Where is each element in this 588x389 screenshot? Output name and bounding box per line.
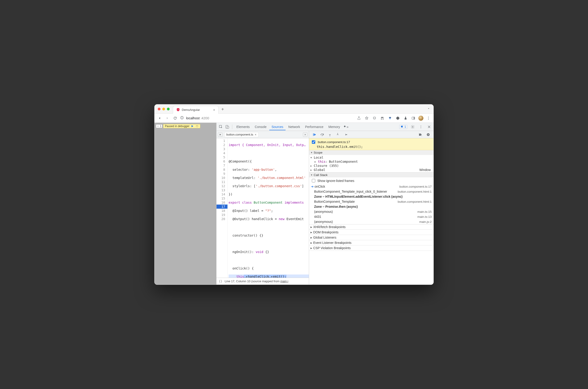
tab-sources[interactable]: Sources <box>269 123 286 130</box>
stack-frame[interactable]: ButtonComponent_Template_input_click_0_l… <box>309 189 433 194</box>
xhr-breakpoints-header[interactable]: ▶XHR/fetch Breakpoints <box>309 225 433 230</box>
labs-icon[interactable] <box>403 115 408 121</box>
stack-frame[interactable]: (anonymous)main.js:2 <box>309 219 433 224</box>
browser-tab[interactable]: DemoAngular × <box>173 106 219 114</box>
event-listener-breakpoints-header[interactable]: ▶Event Listener Breakpoints <box>309 240 433 245</box>
close-devtools-icon[interactable] <box>426 124 432 130</box>
scope-this[interactable]: ▶ this:ButtonComponent <box>309 160 433 164</box>
stack-frame[interactable]: 4431main.ts:13 <box>309 214 433 219</box>
csp-violation-breakpoints-header[interactable]: ▶CSP Violation Breakpoints <box>309 245 433 251</box>
sidepanel-icon[interactable] <box>411 115 416 121</box>
zoom-window-icon[interactable] <box>167 108 170 110</box>
scope-section: ▼Scope ▼ Local ▶ this:ButtonComponent ▶ … <box>309 150 433 173</box>
svg-point-19 <box>421 128 421 128</box>
show-ignore-checkbox[interactable] <box>312 179 315 182</box>
source-map-link[interactable]: main.j <box>280 280 288 283</box>
dom-breakpoints-header[interactable]: ▶DOM Breakpoints <box>309 230 433 235</box>
code-line: onClick() { <box>229 266 309 270</box>
tab-performance[interactable]: Performance <box>303 123 326 130</box>
settings-icon[interactable] <box>410 124 416 130</box>
deactivate-breakpoints-icon[interactable] <box>418 132 424 138</box>
show-ignore-listed[interactable]: Show ignore-listed frames <box>309 177 433 184</box>
nav-forward-button[interactable] <box>164 115 170 121</box>
global-listeners-header[interactable]: ▶Global Listeners <box>309 235 433 240</box>
reload-button[interactable] <box>172 115 178 121</box>
frame-name: Zone – HTMLInputElement.addEventListener… <box>314 195 403 198</box>
step-into-button[interactable] <box>327 132 333 138</box>
run-snippet-icon[interactable] <box>218 132 223 137</box>
scope-local[interactable]: ▼ Local <box>309 155 433 160</box>
file-tab[interactable]: button.component.ts × <box>224 132 259 137</box>
resume-button[interactable] <box>311 132 317 138</box>
kebab-menu-icon[interactable] <box>418 124 424 130</box>
step-over-button[interactable] <box>319 132 325 138</box>
step-button[interactable] <box>342 132 348 138</box>
svg-point-18 <box>421 126 421 127</box>
close-tab-icon[interactable]: × <box>213 108 215 112</box>
sidebar-toggle-icon[interactable] <box>303 132 307 137</box>
issues-counter[interactable]: 1 <box>399 125 407 129</box>
stack-frame[interactable]: ➔onClickbutton.component.ts:17 <box>309 184 433 189</box>
address-field[interactable]: localhost:4200 <box>180 116 354 120</box>
svg-rect-20 <box>313 133 314 136</box>
extensions-icon[interactable] <box>395 115 400 121</box>
scope-global[interactable]: ▶ GlobalWindow <box>309 168 433 172</box>
stack-frame[interactable]: Zone – Promise.then (async) <box>309 204 433 209</box>
frame-location: button.component.html:1 <box>397 200 432 203</box>
tab-console[interactable]: Console <box>252 123 269 130</box>
svg-rect-7 <box>414 117 415 119</box>
title-bar: DemoAngular × + <box>155 104 433 114</box>
site-info-icon[interactable] <box>180 116 184 120</box>
callstack-section: ▼Call Stack Show ignore-listed frames ➔o… <box>309 173 433 225</box>
devtools-tabbar: Elements Console Sources Network Perform… <box>217 123 433 131</box>
incognito-icon[interactable] <box>380 115 385 121</box>
new-tab-button[interactable]: + <box>219 107 227 112</box>
code-line <box>229 225 309 229</box>
extension-skull-icon[interactable] <box>372 115 377 121</box>
tab-elements[interactable]: Elements <box>234 123 252 130</box>
page-area: 1 Paused in debugger <box>155 123 216 285</box>
more-tabs-icon[interactable]: » <box>343 124 349 130</box>
svg-point-8 <box>428 117 429 117</box>
callstack-header[interactable]: ▼Call Stack <box>309 173 433 177</box>
line-gutter[interactable]: 1234567891011121314151617181920 <box>217 138 228 278</box>
vue-devtools-icon[interactable] <box>387 115 393 121</box>
svg-point-27 <box>427 133 429 136</box>
tab-memory[interactable]: Memory <box>326 123 342 130</box>
stack-frame[interactable]: Zone – HTMLInputElement.addEventListener… <box>309 194 433 199</box>
pretty-print-icon[interactable]: {} <box>219 280 223 283</box>
inspect-element-icon[interactable] <box>218 124 224 130</box>
code-view[interactable]: import { Component, OnInit, Input, Outp…… <box>228 138 309 278</box>
stack-frame[interactable]: ButtonComponent_Templatebutton.component… <box>309 199 433 204</box>
scope-header[interactable]: ▼Scope <box>309 150 433 155</box>
scope-closure[interactable]: ▶ Closure (355) <box>309 164 433 168</box>
close-file-icon[interactable]: × <box>255 133 257 136</box>
close-window-icon[interactable] <box>158 108 161 110</box>
angular-favicon-icon <box>176 108 180 112</box>
step-out-button[interactable] <box>335 132 341 138</box>
frame-location: button.component.ts:17 <box>399 185 432 188</box>
tab-network[interactable]: Network <box>286 123 302 130</box>
nav-back-button[interactable] <box>157 115 162 121</box>
stack-frame[interactable]: (anonymous)main.ts:15 <box>309 209 433 214</box>
svg-point-24 <box>347 134 347 135</box>
menu-icon[interactable] <box>426 115 431 121</box>
tabs-dropdown-icon[interactable] <box>424 107 433 111</box>
resume-icon[interactable] <box>191 125 194 128</box>
issues-count: 1 <box>404 125 406 129</box>
share-icon[interactable] <box>356 115 362 121</box>
file-tab-label: button.component.ts <box>226 133 253 136</box>
bookmark-icon[interactable] <box>364 115 369 121</box>
debugger-controls <box>309 131 433 138</box>
code-line <box>229 242 309 246</box>
breakpoint-toggle[interactable] <box>312 140 315 144</box>
device-toggle-icon[interactable] <box>224 124 230 130</box>
frame-name: onClick <box>315 185 325 188</box>
step-over-icon[interactable] <box>196 125 199 128</box>
pause-on-exceptions-icon[interactable] <box>425 132 431 138</box>
editor-tabs: button.component.ts × <box>217 131 309 138</box>
minimize-window-icon[interactable] <box>162 108 165 110</box>
frame-selector[interactable]: 1 <box>156 124 162 128</box>
profile-avatar[interactable] <box>418 116 424 121</box>
code-line: import { Component, OnInit, Input, Outp… <box>229 143 306 147</box>
